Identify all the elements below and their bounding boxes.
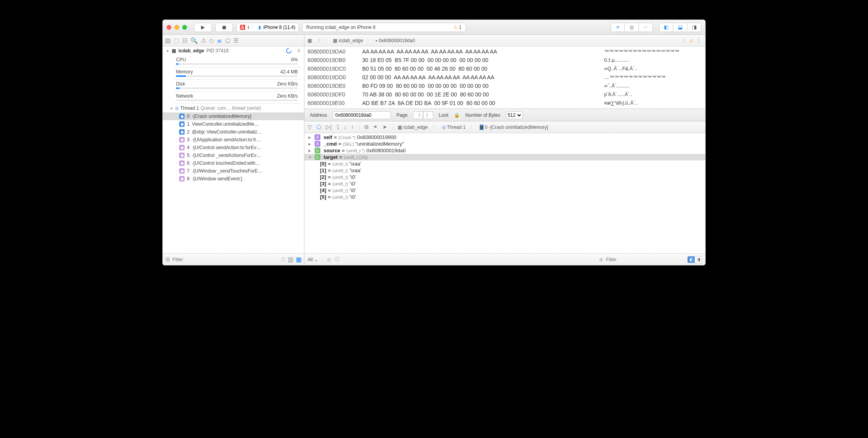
- debug-crumb-2[interactable]: ◍ Thread 1: [442, 125, 466, 130]
- disclosure-triangle-icon[interactable]: [308, 155, 313, 159]
- breakpoint-nav-icon[interactable]: ⬠: [225, 37, 230, 44]
- navigator-filter-input[interactable]: [173, 257, 279, 262]
- minimize-icon[interactable]: [174, 25, 179, 30]
- lock-icon[interactable]: 🔒: [454, 112, 460, 118]
- stop-button[interactable]: ◼: [215, 23, 233, 32]
- navigator-tabs[interactable]: ▤ ⬚ ☷ 🔍 ⚠︎ ◇ ≣ ⬠ ☰: [163, 35, 304, 46]
- filter-icon[interactable]: ⊜: [599, 257, 603, 262]
- back-button[interactable]: 〈: [316, 37, 320, 44]
- filter-opt2-icon[interactable]: ▥: [288, 256, 293, 263]
- disclosure-triangle-icon[interactable]: [166, 48, 169, 53]
- resource-row[interactable]: CPU0%: [163, 55, 304, 62]
- debug-view-icon[interactable]: ⧉: [365, 124, 368, 130]
- page-next-button[interactable]: 〉: [423, 111, 433, 119]
- resource-row[interactable]: NetworkZero KB/s: [163, 92, 304, 99]
- breakpoints-toggle-icon[interactable]: ⬠: [317, 124, 321, 130]
- memory-graph-icon[interactable]: ⚭: [373, 124, 378, 130]
- variable-array-item[interactable]: [5] = (uint8_t) '\0': [304, 194, 705, 200]
- related-items-icon[interactable]: ▦: [308, 38, 312, 43]
- variable-row[interactable]: Ltarget = (uint8_t [16]): [304, 154, 705, 160]
- debug-crumb-1[interactable]: ▦ icdab_edge: [398, 125, 427, 130]
- jump-crumb-1[interactable]: ▦ icdab_edge: [333, 38, 363, 43]
- filter-opt3-icon[interactable]: ▦: [296, 256, 302, 263]
- toggle-inspector-button[interactable]: ◨: [687, 23, 701, 32]
- variable-array-item[interactable]: [1] = (uint8_t) '\xaa': [304, 167, 705, 174]
- zoom-icon[interactable]: [182, 25, 187, 30]
- address-input[interactable]: [333, 111, 391, 119]
- resource-value: 0%: [291, 57, 298, 62]
- toggle-navigator-button[interactable]: ◧: [659, 23, 673, 32]
- step-over-button[interactable]: ⤵: [336, 124, 339, 130]
- variable-array-item[interactable]: [4] = (uint8_t) '\0': [304, 187, 705, 194]
- hide-debug-icon[interactable]: ▽: [308, 124, 312, 130]
- scope-selector[interactable]: All ⌄: [308, 257, 318, 262]
- variable-array-item[interactable]: [3] = (uint8_t) '\0': [304, 180, 705, 187]
- run-button[interactable]: ▶: [194, 23, 212, 32]
- show-console-icon[interactable]: ◨: [695, 256, 702, 263]
- resource-row[interactable]: DiskZero KB/s: [163, 80, 304, 87]
- symbol-nav-icon[interactable]: ☷: [182, 37, 187, 44]
- warning-badge[interactable]: ⚠︎ 1: [454, 25, 462, 30]
- filter-opt1-icon[interactable]: ⎍: [281, 256, 285, 263]
- test-nav-icon[interactable]: ◇: [209, 37, 214, 44]
- scheme-selector[interactable]: 🅰️ i 〉 ▮ iPhone 8 (11.4): [236, 23, 299, 32]
- jump-forward-issue-button[interactable]: 〉: [697, 37, 702, 44]
- stack-frame[interactable]: ◼0 -[Crash uninitializedMemory]: [163, 112, 304, 120]
- location-icon[interactable]: ➤: [382, 124, 387, 130]
- stack-frame[interactable]: ◼8 -[UIWindow sendEvent:]: [163, 175, 304, 183]
- page-prev-button[interactable]: 〈: [413, 111, 423, 119]
- stack-frame[interactable]: ◼2 @objc ViewController.uninitializ…: [163, 128, 304, 136]
- stack-frame[interactable]: ◼1 ViewController.uninitializedMe…: [163, 120, 304, 128]
- stack-frame[interactable]: ◼4 -[UIControl sendAction:to:forEv…: [163, 144, 304, 151]
- stack-frame[interactable]: ◼3 -[UIApplication sendAction:to:fr…: [163, 136, 304, 144]
- close-icon[interactable]: [167, 25, 171, 30]
- disclosure-triangle-icon[interactable]: [308, 148, 313, 153]
- jump-crumb-2[interactable]: ▪ 0x608000019da0: [375, 38, 415, 43]
- variable-array-item[interactable]: [0] = (uint8_t) '\xaa': [304, 160, 705, 167]
- frame-label: -[UIControl _sendActionsForEv…: [192, 153, 261, 158]
- pause-icon[interactable]: ⏸: [296, 48, 301, 53]
- continue-button[interactable]: ▷|: [326, 124, 332, 130]
- memory-hex-view[interactable]: 608000019DA0AA AA AA AA AA AA AA AA AA A…: [304, 46, 705, 109]
- stack-frame[interactable]: ◼6 -[UIControl touchesEnded:with…: [163, 159, 304, 167]
- step-into-button[interactable]: ↓: [344, 124, 347, 130]
- standard-editor-button[interactable]: ≡: [611, 23, 625, 32]
- gauge-icon[interactable]: [285, 47, 293, 55]
- report-nav-icon[interactable]: ☰: [233, 37, 238, 44]
- debug-crumb-3[interactable]: ◼ 0 -[Crash uninitializedMemory]: [480, 125, 548, 130]
- disclosure-triangle-icon[interactable]: [170, 105, 173, 111]
- stack-frame[interactable]: ◼5 -[UIControl _sendActionsForEv…: [163, 151, 304, 159]
- console-toggle[interactable]: ◧ ◨: [687, 256, 702, 263]
- print-description-icon[interactable]: ⓘ: [335, 256, 340, 263]
- jump-back-issue-button[interactable]: 〈: [681, 37, 685, 44]
- find-nav-icon[interactable]: 🔍: [190, 37, 198, 44]
- variable-row[interactable]: Aself = (Crash *) 0x608000019900: [304, 134, 705, 141]
- version-editor-button[interactable]: ↩: [639, 23, 653, 32]
- forward-button[interactable]: 〉: [324, 37, 329, 44]
- show-variables-icon[interactable]: ◧: [688, 256, 695, 263]
- filter-icon[interactable]: ⊜: [165, 256, 170, 263]
- variables-view[interactable]: Aself = (Crash *) 0x608000019900A_cmd = …: [304, 133, 705, 253]
- step-out-button[interactable]: ↑: [351, 124, 354, 130]
- disclosure-triangle-icon[interactable]: [308, 142, 313, 146]
- variable-row[interactable]: A_cmd = (SEL) "uninitializedMemory": [304, 141, 705, 147]
- stack-frame[interactable]: ◼7 -[UIWindow _sendTouchesForE…: [163, 167, 304, 175]
- jump-bar[interactable]: ▦ 〈 〉 ▦ icdab_edge 〉 ▪ 0x608000019da0 〈 …: [304, 35, 705, 46]
- issue-nav-icon[interactable]: ⚠︎: [201, 37, 206, 44]
- variables-filter-input[interactable]: [606, 257, 684, 262]
- assistant-editor-button[interactable]: ◎: [625, 23, 639, 32]
- var-name: [4]: [320, 187, 326, 193]
- variable-array-item[interactable]: [2] = (uint8_t) '\0': [304, 174, 705, 180]
- warning-icon[interactable]: ⚠︎: [689, 38, 694, 43]
- bytes-select[interactable]: 512: [506, 111, 523, 119]
- project-nav-icon[interactable]: ▤: [165, 37, 171, 44]
- variable-row[interactable]: Lsource = (uint8_t *) 0x608000019da0: [304, 147, 705, 154]
- disclosure-triangle-icon[interactable]: [308, 135, 313, 139]
- quicklook-icon[interactable]: ◎: [327, 257, 331, 262]
- source-control-nav-icon[interactable]: ⬚: [174, 37, 179, 44]
- debug-nav-icon[interactable]: ≣: [217, 37, 222, 44]
- toggle-debug-button[interactable]: ⬓: [673, 23, 687, 32]
- resource-row[interactable]: Memory42.4 MB: [163, 68, 304, 75]
- thread-row[interactable]: ◍ Thread 1 Queue: com.…thread (serial): [163, 104, 304, 112]
- process-row[interactable]: ▦ icdab_edge PID 37419 ⏸: [163, 46, 304, 55]
